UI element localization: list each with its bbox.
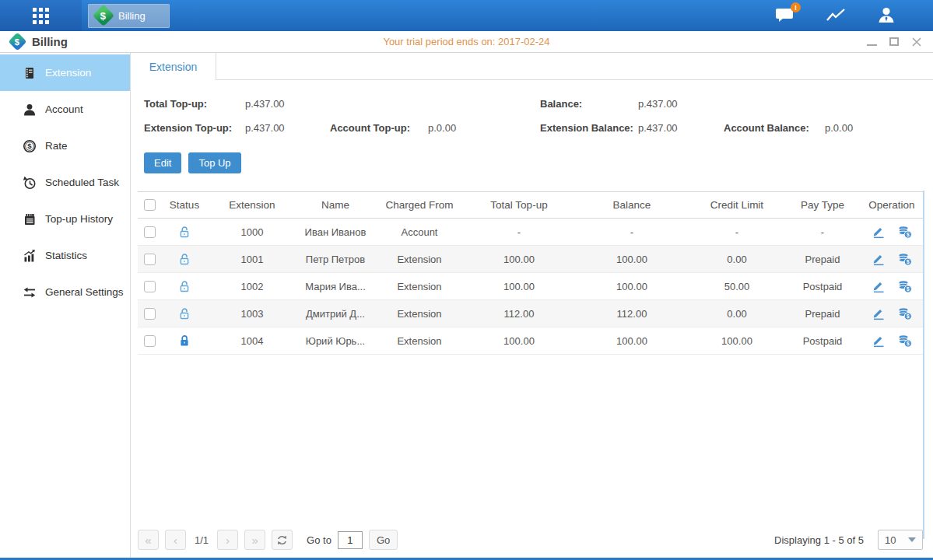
window-title-bar: $ Billing Your trial period ends on: 201… <box>0 31 933 53</box>
table-row: 1004 Юрий Юрь... Extension 100.00 100.00… <box>138 327 923 355</box>
sidebar-item-scheduled-task[interactable]: Scheduled Task <box>0 164 130 201</box>
top-up-button[interactable]: Top Up <box>188 152 240 173</box>
cell-extension: 1002 <box>208 281 296 292</box>
column-balance: Balance <box>573 199 690 211</box>
topup-icon[interactable]: $ <box>897 226 913 239</box>
extension-balance-label: Extension Balance: <box>540 122 638 134</box>
go-button[interactable]: Go <box>369 530 398 550</box>
account-topup-value: p.0.00 <box>428 122 456 134</box>
svg-text:$: $ <box>906 259 909 265</box>
cell-total-topup: 100.00 <box>465 281 573 292</box>
edit-icon[interactable] <box>872 252 886 266</box>
cell-total-topup: 112.00 <box>465 308 573 320</box>
first-page-button[interactable]: « <box>138 530 159 550</box>
column-pay-type: Pay Type <box>784 199 861 211</box>
table-header: Status Extension Name Charged From Total… <box>138 191 923 219</box>
cell-total-topup: - <box>465 226 573 238</box>
cell-balance: 100.00 <box>573 254 690 265</box>
billing-title-icon: $ <box>8 32 26 51</box>
column-operation: Operation <box>861 199 922 211</box>
sidebar-item-account[interactable]: Account <box>0 91 130 128</box>
cell-charged-from: Extension <box>374 308 465 320</box>
cell-charged-from: Extension <box>374 335 465 347</box>
select-all-checkbox[interactable] <box>144 199 156 211</box>
status-lock-icon[interactable] <box>178 334 191 348</box>
edit-button[interactable]: Edit <box>144 152 181 173</box>
page-indicator: 1/1 <box>195 534 209 546</box>
prev-page-button[interactable]: ‹ <box>165 530 186 550</box>
resource-monitor-icon[interactable] <box>825 5 847 26</box>
row-checkbox[interactable] <box>144 226 156 238</box>
cell-pay-type: - <box>784 226 861 238</box>
topup-icon[interactable]: $ <box>897 334 913 348</box>
cell-name: Петр Петров <box>296 254 374 265</box>
svg-text:$: $ <box>906 313 909 320</box>
pagination-bar: « ‹ 1/1 › » Go to Go Displaying 1 <box>131 522 933 558</box>
cell-name: Мария Ива... <box>296 281 374 292</box>
status-lock-icon[interactable] <box>178 280 191 293</box>
sidebar: Extension Account $ Rate <box>0 53 131 558</box>
page-size-dropdown[interactable]: 10 <box>878 530 923 550</box>
sidebar-item-extension[interactable]: Extension <box>0 54 130 91</box>
row-checkbox[interactable] <box>144 254 156 265</box>
svg-text:$: $ <box>906 341 909 347</box>
cell-credit-limit: 0.00 <box>690 308 784 320</box>
billing-app-icon: $ <box>93 5 114 26</box>
minimize-button[interactable] <box>866 37 877 47</box>
sidebar-item-topup-history[interactable]: Top-up History <box>0 201 130 237</box>
column-charged-from: Charged From <box>374 199 465 211</box>
edit-icon[interactable] <box>872 225 886 239</box>
messages-icon[interactable]: ! <box>774 5 796 26</box>
sidebar-item-statistics[interactable]: Statistics <box>0 237 130 274</box>
edit-icon[interactable] <box>872 334 886 348</box>
user-icon[interactable] <box>875 5 897 26</box>
sidebar-item-rate[interactable]: $ Rate <box>0 128 130 164</box>
column-name: Name <box>296 199 374 211</box>
maximize-button[interactable] <box>889 37 900 47</box>
table-row: 1000 Иван Иванов Account - - - - $ <box>138 219 923 246</box>
cell-total-topup: 100.00 <box>465 254 573 265</box>
apps-grid-button[interactable] <box>0 0 82 31</box>
edit-icon[interactable] <box>872 306 886 320</box>
column-status: Status <box>161 199 208 211</box>
top-bar: $ Billing ! <box>0 0 933 31</box>
cell-extension: 1001 <box>208 254 296 265</box>
status-lock-icon[interactable] <box>178 253 191 266</box>
cell-name: Дмитрий Д... <box>296 308 374 320</box>
cell-balance: - <box>573 226 690 238</box>
cell-total-topup: 100.00 <box>465 335 573 347</box>
close-button[interactable] <box>911 37 922 47</box>
sidebar-item-general-settings[interactable]: General Settings <box>0 274 130 310</box>
cell-extension: 1004 <box>208 335 296 347</box>
extension-topup-value: p.437.00 <box>245 122 285 134</box>
taskbar-billing-tab[interactable]: $ Billing <box>88 4 170 28</box>
topup-icon[interactable]: $ <box>897 280 913 293</box>
refresh-icon <box>276 534 288 546</box>
row-checkbox[interactable] <box>144 335 156 347</box>
scrollbar-track[interactable] <box>923 191 924 539</box>
topup-icon[interactable]: $ <box>897 253 913 266</box>
topup-icon[interactable]: $ <box>897 307 913 320</box>
goto-page-input[interactable] <box>338 531 363 549</box>
account-balance-label: Account Balance: <box>724 122 825 134</box>
last-page-button[interactable]: » <box>244 530 265 550</box>
edit-icon[interactable] <box>872 279 886 293</box>
table-body: 1000 Иван Иванов Account - - - - $ <box>138 219 923 355</box>
row-checkbox[interactable] <box>144 281 156 292</box>
next-page-button[interactable]: › <box>217 530 238 550</box>
status-lock-icon[interactable] <box>178 226 191 239</box>
taskbar-tab-label: Billing <box>118 10 146 22</box>
cell-name: Юрий Юрь... <box>296 335 374 347</box>
cell-charged-from: Account <box>374 226 465 238</box>
table-row: 1001 Петр Петров Extension 100.00 100.00… <box>138 246 923 273</box>
cell-pay-type: Postpaid <box>784 281 861 292</box>
svg-text:$: $ <box>906 232 909 238</box>
column-credit-limit: Credit Limit <box>690 199 784 211</box>
rate-icon: $ <box>23 139 37 153</box>
row-checkbox[interactable] <box>144 308 156 320</box>
refresh-button[interactable] <box>272 530 293 550</box>
cell-extension: 1000 <box>208 226 296 238</box>
status-lock-icon[interactable] <box>178 307 191 320</box>
tab-extension[interactable]: Extension <box>131 53 216 80</box>
cell-pay-type: Prepaid <box>784 254 861 265</box>
